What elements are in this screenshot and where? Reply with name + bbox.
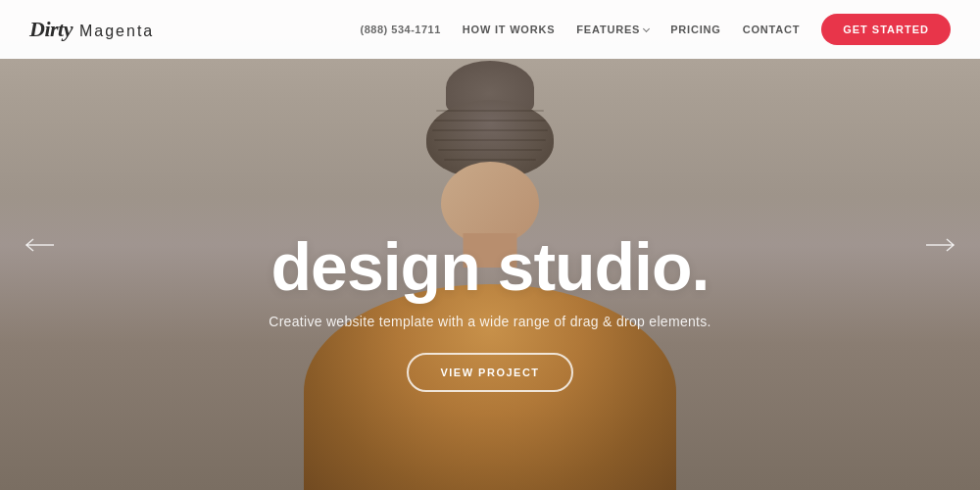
hero-section: design studio. Creative website template… [0, 0, 980, 490]
logo[interactable]: Dirty Magenta [29, 17, 154, 42]
logo-magenta-text: Magenta [79, 23, 154, 40]
nav-link-features[interactable]: FEATURES [576, 24, 649, 35]
nav-link-pricing[interactable]: PRICING [670, 24, 720, 35]
page-wrapper: design studio. Creative website template… [0, 0, 980, 490]
chevron-down-icon [643, 24, 650, 31]
nav-phone: (888) 534-1711 [361, 24, 441, 35]
slide-next-button[interactable] [916, 228, 965, 262]
hero-content: design studio. Creative website template… [0, 233, 980, 392]
logo-dirty-text: Dirty [29, 17, 73, 42]
view-project-button[interactable]: VIEW PROJECT [407, 353, 572, 392]
hero-title: design studio. [271, 233, 710, 300]
arrow-left-icon [24, 238, 54, 252]
slide-prev-button[interactable] [15, 228, 64, 262]
navbar: Dirty Magenta (888) 534-1711 HOW IT WORK… [0, 0, 980, 59]
nav-link-contact[interactable]: CONTACT [743, 24, 801, 35]
arrow-right-icon [926, 238, 956, 252]
nav-right: (888) 534-1711 HOW IT WORKS FEATURES PRI… [361, 14, 951, 45]
get-started-button[interactable]: GET STARTED [821, 14, 951, 45]
hero-subtitle: Creative website template with a wide ra… [269, 314, 711, 329]
nav-link-how-it-works[interactable]: HOW IT WORKS [463, 24, 556, 35]
